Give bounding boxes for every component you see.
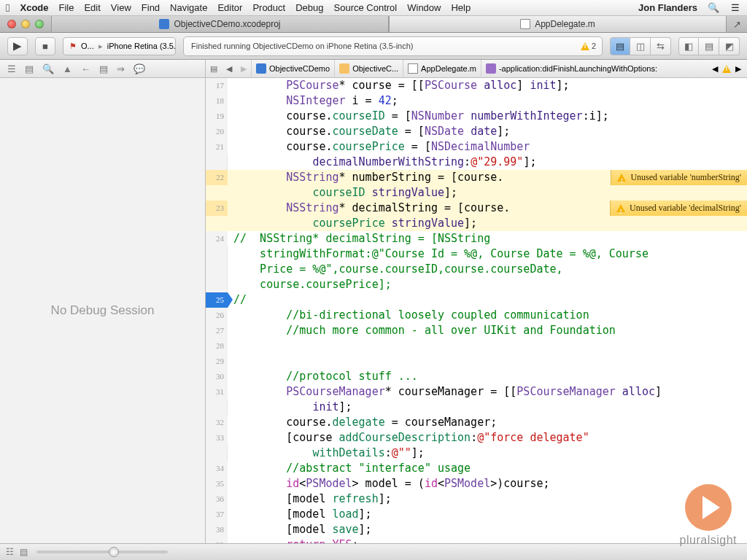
- back-icon[interactable]: ←: [81, 63, 90, 74]
- menu-help[interactable]: Help: [451, 2, 471, 13]
- filter-icon[interactable]: ☷: [6, 547, 14, 557]
- warn-count: 2: [592, 42, 596, 50]
- line-number: 26: [206, 308, 228, 323]
- tab-label: AppDelegate.m: [535, 19, 595, 29]
- version-editor-button[interactable]: ⇆: [651, 37, 671, 55]
- xcodeproj-icon: [159, 19, 169, 29]
- line-number: 21: [206, 139, 228, 155]
- line-number: 33: [206, 430, 228, 446]
- play-icon: [685, 484, 732, 531]
- line-number: 34: [206, 461, 228, 476]
- crumb-group[interactable]: ObjectiveC...: [334, 60, 403, 77]
- tab-appdelegate[interactable]: AppDelegate.m: [389, 16, 727, 32]
- stop-button[interactable]: ■: [35, 37, 55, 55]
- window-tab-bar: ObjectiveCDemo.xcodeproj AppDelegate.m ↗: [0, 16, 747, 33]
- menu-navigate[interactable]: Navigate: [170, 2, 207, 13]
- line-number: 30: [206, 369, 228, 384]
- menu-extras-icon[interactable]: ☰: [729, 2, 741, 13]
- line-number: 29: [206, 354, 228, 369]
- watermark: pluralsight: [680, 484, 737, 547]
- toggle-debug-area-button[interactable]: ▤: [699, 37, 719, 55]
- logs-icon[interactable]: 💬: [133, 63, 145, 74]
- menu-debug[interactable]: Debug: [295, 2, 323, 13]
- run-button[interactable]: ▶: [7, 37, 28, 55]
- menu-product[interactable]: Product: [252, 2, 285, 13]
- toolbar: ▶ ■ ⚑ O... ▸ iPhone Retina (3.5... Finis…: [0, 33, 747, 60]
- toggle-navigator-button[interactable]: ◧: [678, 37, 699, 55]
- nav-forward-button[interactable]: ▶: [236, 64, 251, 74]
- warning-icon: [617, 174, 626, 182]
- warning-icon: [581, 42, 589, 50]
- line-number: 23: [206, 201, 228, 216]
- menu-editor[interactable]: Editor: [217, 2, 242, 13]
- apple-menu[interactable]: : [6, 1, 9, 14]
- minimize-window-button[interactable]: [21, 20, 30, 28]
- line-number: 28: [206, 338, 228, 354]
- source-editor[interactable]: 17 PSCourse* course = [[PSCourse alloc] …: [206, 78, 747, 543]
- brand-label: pluralsight: [680, 534, 737, 547]
- m-file-icon: [520, 19, 530, 29]
- zoom-window-button[interactable]: [35, 20, 44, 28]
- line-number: 39: [206, 537, 228, 543]
- project-icon: [256, 63, 266, 74]
- outline-icon[interactable]: ▤: [20, 547, 28, 557]
- warnings-icon[interactable]: ▲: [63, 63, 72, 74]
- line-number: 31: [206, 384, 228, 400]
- queues-icon[interactable]: ▤: [25, 63, 34, 74]
- cpu-icon[interactable]: 🔍: [42, 63, 54, 74]
- menu-view[interactable]: View: [111, 2, 131, 13]
- line-number: 35: [206, 476, 228, 491]
- line-number: 22: [206, 170, 228, 185]
- scheme-selector[interactable]: ⚑ O... ▸ iPhone Retina (3.5...: [63, 37, 176, 55]
- slider-knob[interactable]: [109, 547, 119, 557]
- bottom-bar: ☷ ▤: [0, 543, 747, 560]
- menu-edit[interactable]: Edit: [84, 2, 100, 13]
- traffic-lights: [0, 16, 51, 32]
- crumb-project[interactable]: ObjectiveCDemo: [251, 60, 334, 77]
- crumb-file[interactable]: AppDelegate.m: [403, 60, 481, 77]
- zoom-slider[interactable]: [36, 551, 168, 553]
- tab-label: ObjectiveCDemo.xcodeproj: [174, 19, 280, 29]
- line-number: 36: [206, 491, 228, 507]
- scheme-target: O...: [81, 42, 94, 50]
- debug-navigator: No Debug Session: [0, 78, 206, 543]
- fullscreen-button[interactable]: ↗: [727, 16, 747, 32]
- folder-icon: [339, 63, 349, 74]
- warning-icon: [722, 65, 731, 73]
- nav-prev-issue-button[interactable]: ◀: [712, 64, 718, 74]
- close-window-button[interactable]: [7, 20, 16, 28]
- menu-window[interactable]: Window: [407, 2, 441, 13]
- inline-warning[interactable]: Unused variable 'numberString': [611, 170, 747, 185]
- menu-file[interactable]: File: [59, 2, 74, 13]
- line-number: 25: [206, 292, 228, 308]
- tab-project[interactable]: ObjectiveCDemo.xcodeproj: [51, 16, 389, 32]
- crumb-method[interactable]: -application:didFinishLaunchingWithOptio…: [481, 60, 712, 77]
- standard-editor-button[interactable]: ▤: [610, 37, 630, 55]
- nav-back-button[interactable]: ◀: [222, 64, 236, 74]
- app-menu[interactable]: Xcode: [20, 2, 48, 13]
- menu-source-control[interactable]: Source Control: [334, 2, 398, 13]
- view-panels-selector: ◧ ▤ ◩: [678, 37, 740, 55]
- m-file-icon: [408, 63, 418, 74]
- menu-find[interactable]: Find: [142, 2, 160, 13]
- related-items-button[interactable]: ▤: [206, 64, 222, 74]
- breakpoints-icon[interactable]: ▤: [99, 63, 108, 74]
- line-number: 24: [206, 231, 228, 246]
- debug-navigator-tabs: ☰ ▤ 🔍 ▲ ← ▤ ⇒ 💬: [0, 60, 206, 77]
- assistant-editor-button[interactable]: ◫: [630, 37, 651, 55]
- no-session-label: No Debug Session: [51, 303, 155, 318]
- issues-indicator[interactable]: 2: [581, 42, 596, 50]
- line-number: 32: [206, 415, 228, 430]
- inline-warning[interactable]: Unused variable 'decimalString': [610, 201, 747, 216]
- threads-icon[interactable]: ☰: [7, 63, 16, 74]
- jump-bar: ☰ ▤ 🔍 ▲ ← ▤ ⇒ 💬 ▤ ◀ ▶ ObjectiveCDemo Obj…: [0, 60, 747, 78]
- toggle-utilities-button[interactable]: ◩: [719, 37, 740, 55]
- nav-next-issue-button[interactable]: ▶: [735, 64, 741, 74]
- spotlight-icon[interactable]: 🔍: [708, 2, 719, 13]
- user-name[interactable]: Jon Flanders: [638, 2, 697, 13]
- log-icon[interactable]: ⇒: [117, 63, 125, 74]
- line-number: 27: [206, 323, 228, 338]
- editor-mode-selector: ▤ ◫ ⇆: [610, 37, 671, 55]
- line-number: 18: [206, 93, 228, 109]
- line-number: 37: [206, 507, 228, 522]
